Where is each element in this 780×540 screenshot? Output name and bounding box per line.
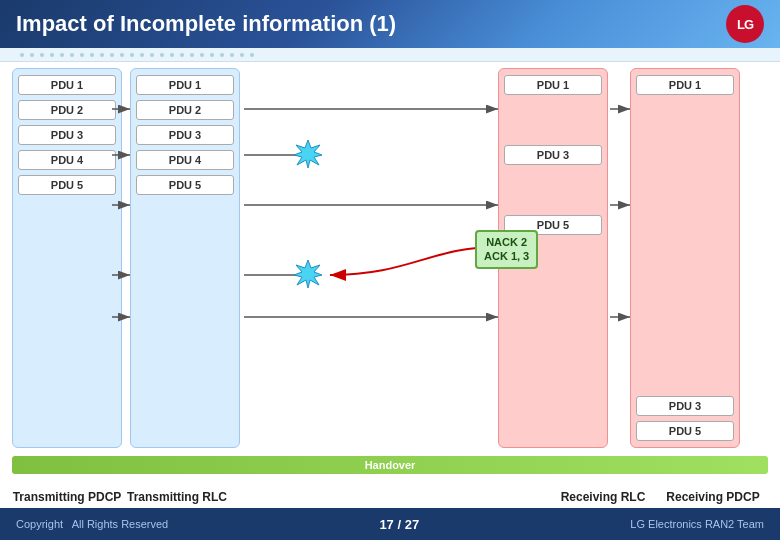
dot (130, 53, 134, 57)
rx-pdcp-pdu1-top: PDU 1 (636, 75, 734, 95)
dot (120, 53, 124, 57)
explosion-pdu2 (292, 138, 324, 174)
header: Impact of Incomplete information (1) LG (0, 0, 780, 48)
dot (240, 53, 244, 57)
tx-pdcp-pdu1: PDU 1 (18, 75, 116, 95)
handover-bar: Handover (12, 456, 768, 474)
svg-marker-17 (294, 260, 322, 288)
lg-logo: LG (720, 5, 770, 43)
rx-rlc-pdu3: PDU 3 (504, 145, 602, 165)
tx-pdcp-pdu5: PDU 5 (18, 175, 116, 195)
dot (70, 53, 74, 57)
bottom-bar: Copyright All Rights Reserved 17 / 27 LG… (0, 508, 780, 540)
dot (60, 53, 64, 57)
scene: PDU 1 PDU 2 PDU 3 PDU 4 PDU 5 PDU 1 PDU … (0, 62, 780, 508)
dot (180, 53, 184, 57)
footer-labels: Transmitting PDCP Transmitting RLC Recei… (12, 490, 768, 504)
company-text: LG Electronics RAN2 Team (630, 518, 764, 530)
dot (200, 53, 204, 57)
dot (40, 53, 44, 57)
rx-rlc-pdu1: PDU 1 (504, 75, 602, 95)
copyright-text: Copyright All Rights Reserved (16, 518, 168, 530)
dot (140, 53, 144, 57)
dot (160, 53, 164, 57)
rx-pdcp-pdu3-bottom: PDU 3 (636, 396, 734, 416)
col-tx-rlc: PDU 1 PDU 2 PDU 3 PDU 4 PDU 5 (130, 68, 240, 448)
dots-bar (0, 48, 780, 62)
rx-pdcp-pdu5-bottom: PDU 5 (636, 421, 734, 441)
dot (220, 53, 224, 57)
tx-rlc-pdu5: PDU 5 (136, 175, 234, 195)
dot (100, 53, 104, 57)
dot (170, 53, 174, 57)
dot (50, 53, 54, 57)
lg-logo-circle: LG (726, 5, 764, 43)
col-rx-pdcp: PDU 1 PDU 3 PDU 5 (630, 68, 740, 448)
tx-pdcp-pdu4: PDU 4 (18, 150, 116, 170)
tx-pdcp-pdu3: PDU 3 (18, 125, 116, 145)
explosion-pdu4 (292, 258, 324, 294)
dot (90, 53, 94, 57)
page-number: 17 / 27 (379, 517, 419, 532)
svg-marker-16 (294, 140, 322, 168)
tx-rlc-pdu4: PDU 4 (136, 150, 234, 170)
dot (80, 53, 84, 57)
tx-pdcp-label: Transmitting PDCP (12, 490, 122, 504)
handover-label: Handover (365, 459, 416, 471)
page-title: Impact of Incomplete information (1) (16, 11, 764, 37)
tx-pdcp-pdu2: PDU 2 (18, 100, 116, 120)
dot (250, 53, 254, 57)
rx-rlc-label: Receiving RLC (548, 490, 658, 504)
rx-pdcp-label: Receiving PDCP (658, 490, 768, 504)
dot (230, 53, 234, 57)
tx-rlc-pdu2: PDU 2 (136, 100, 234, 120)
tx-rlc-pdu1: PDU 1 (136, 75, 234, 95)
nack-ack-box: NACK 2ACK 1, 3 (475, 230, 538, 269)
col-tx-pdcp: PDU 1 PDU 2 PDU 3 PDU 4 PDU 5 (12, 68, 122, 448)
dot (210, 53, 214, 57)
dot (190, 53, 194, 57)
tx-rlc-label: Transmitting RLC (122, 490, 232, 504)
dot (150, 53, 154, 57)
tx-rlc-pdu3: PDU 3 (136, 125, 234, 145)
dot (30, 53, 34, 57)
dot (20, 53, 24, 57)
dot (110, 53, 114, 57)
